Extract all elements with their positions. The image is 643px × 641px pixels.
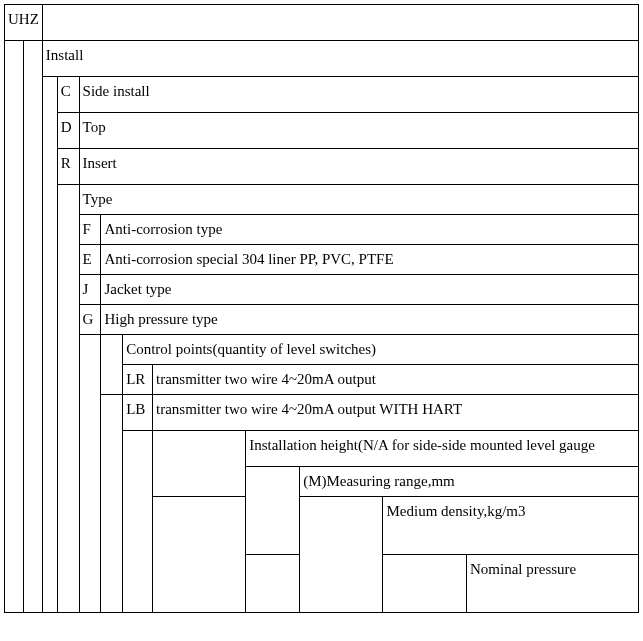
install-code-2: R [57, 149, 79, 185]
type-label-2: Jacket type [101, 275, 639, 305]
type-header: Type [79, 185, 638, 215]
install-code-1: D [57, 113, 79, 149]
type-label-0: Anti-corrosion type [101, 215, 639, 245]
type-code-0: F [79, 215, 101, 245]
control-label-0: transmitter two wire 4~20mA output [153, 365, 639, 395]
install-code-0: C [57, 77, 79, 113]
spec-table: UHZ Install C Side install D Top R Inser… [4, 4, 639, 613]
control-code-0: LR [123, 365, 153, 395]
install-label-1: Top [79, 113, 638, 149]
install-header: Install [42, 41, 638, 77]
type-code-3: G [79, 305, 101, 335]
param-measuring-range: (M)Measuring range,mm [300, 467, 639, 497]
param-nominal-pressure: Nominal pressure [467, 555, 639, 613]
install-label-0: Side install [79, 77, 638, 113]
install-label-2: Insert [79, 149, 638, 185]
param-installation-height: Installation height(N/A for side-side mo… [246, 431, 639, 467]
root-code: UHZ [5, 5, 43, 41]
control-header: Control points(quantity of level switche… [123, 335, 639, 365]
param-medium-density: Medium density,kg/m3 [383, 497, 639, 555]
control-code-1: LB [123, 395, 153, 431]
type-label-1: Anti-corrosion special 304 liner PP, PVC… [101, 245, 639, 275]
type-label-3: High pressure type [101, 305, 639, 335]
type-code-1: E [79, 245, 101, 275]
control-label-1: transmitter two wire 4~20mA output WITH … [153, 395, 639, 431]
type-code-2: J [79, 275, 101, 305]
